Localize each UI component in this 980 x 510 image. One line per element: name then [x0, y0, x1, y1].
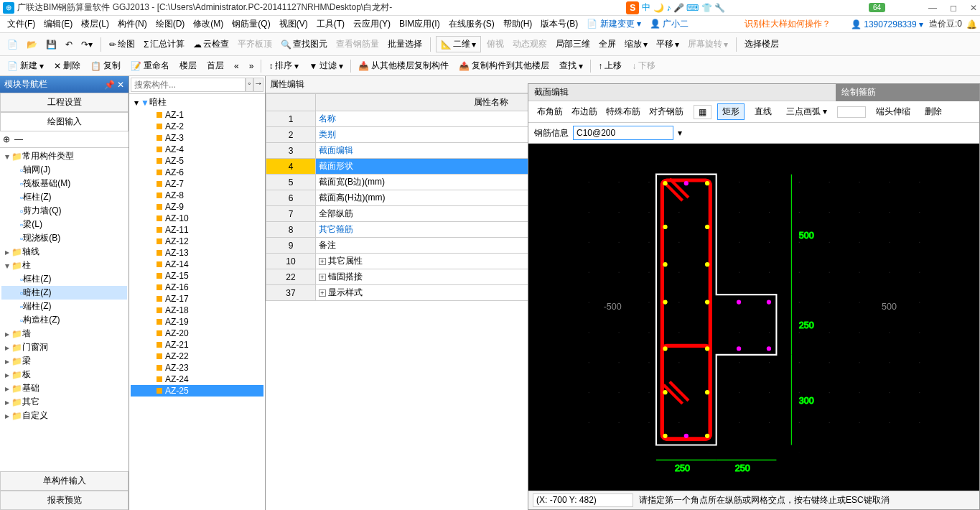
- menu-item[interactable]: 楼层(L): [77, 17, 113, 30]
- tree-node[interactable]: ▫ 框柱(Z): [1, 190, 127, 204]
- overlook-button[interactable]: 俯视: [484, 37, 507, 52]
- menu-item[interactable]: 钢筋量(Q): [228, 17, 274, 30]
- editor-tab[interactable]: 特殊布筋: [602, 105, 645, 118]
- component-item[interactable]: AZ-3: [131, 132, 263, 144]
- sort-button[interactable]: ↕ 排序 ▾: [266, 58, 302, 73]
- tree-node[interactable]: ▸📁 基础: [1, 381, 127, 395]
- component-item[interactable]: AZ-6: [131, 167, 263, 178]
- undo-icon[interactable]: ↶: [62, 38, 75, 51]
- tree-node[interactable]: ▫ 轴网(J): [1, 163, 127, 177]
- view2d-select[interactable]: 📐 二维 ▾: [436, 36, 481, 52]
- tree-node[interactable]: ▸📁 其它: [1, 395, 127, 409]
- tree-node[interactable]: ▫ 现浇板(B): [1, 231, 127, 245]
- pin-icon[interactable]: 📌 ✕: [104, 80, 124, 90]
- component-item[interactable]: AZ-12: [131, 236, 263, 247]
- shape-line[interactable]: 直线: [750, 104, 776, 119]
- copy-button[interactable]: 📋 复制: [88, 58, 123, 73]
- view-rebar-button[interactable]: 查看钢筋量: [333, 37, 382, 52]
- tree-node[interactable]: ▸📁 自定义: [1, 409, 127, 422]
- end-ext[interactable]: 端头伸缩: [872, 104, 915, 119]
- editor-tab[interactable]: 布边筋: [567, 105, 602, 118]
- copy-from-button[interactable]: 📥 从其他楼层复制构件: [355, 58, 452, 73]
- tab-single-input[interactable]: 单构件输入: [0, 471, 129, 491]
- tree-node[interactable]: ▫ 端柱(Z): [1, 300, 127, 313]
- tree-node[interactable]: ▾📁 柱: [1, 259, 127, 272]
- component-item[interactable]: AZ-7: [131, 178, 263, 190]
- shape-rect[interactable]: 矩形: [717, 103, 745, 120]
- floor-button[interactable]: 楼层: [177, 58, 200, 73]
- tree-node[interactable]: ▸📁 墙: [1, 327, 127, 340]
- tree-node[interactable]: ▫ 暗柱(Z): [1, 286, 127, 300]
- xiaoer-button[interactable]: 👤 广小二: [650, 18, 689, 30]
- editor-delete[interactable]: 删除: [920, 104, 946, 119]
- tree-node[interactable]: ▫ 框柱(Z): [1, 272, 127, 286]
- menu-item[interactable]: 云应用(Y): [349, 17, 395, 30]
- search-go-icon[interactable]: →: [253, 78, 263, 92]
- filter-button[interactable]: ▼ 过滤 ▾: [306, 58, 346, 73]
- menu-item[interactable]: 版本号(B): [536, 17, 582, 30]
- copy-to-button[interactable]: 📤 复制构件到其他楼层: [456, 58, 552, 73]
- user-label[interactable]: 👤 13907298339 ▾: [851, 19, 923, 29]
- save-icon[interactable]: 💾: [43, 38, 60, 51]
- tree-node[interactable]: ▫ 筏板基础(M): [1, 177, 127, 190]
- component-item[interactable]: AZ-20: [131, 328, 263, 339]
- tree-node[interactable]: ▸📁 梁: [1, 354, 127, 368]
- component-item[interactable]: AZ-8: [131, 190, 263, 201]
- menu-item[interactable]: 帮助(H): [499, 17, 537, 30]
- nav-tree[interactable]: ▾📁 常用构件类型▫ 轴网(J)▫ 筏板基础(M)▫ 框柱(Z)▫ 剪力墙(Q)…: [0, 148, 129, 471]
- redo-icon[interactable]: ↷▾: [78, 38, 95, 51]
- tree-node[interactable]: ▾📁 常用构件类型: [1, 149, 127, 163]
- rebar-input[interactable]: [573, 126, 673, 140]
- tab-project-settings[interactable]: 工程设置: [0, 93, 129, 112]
- minimize-button[interactable]: —: [928, 3, 937, 13]
- new-change-button[interactable]: 📄 新建变更 ▾: [587, 18, 641, 30]
- up-button[interactable]: ↑ 上移: [595, 58, 625, 73]
- component-item[interactable]: AZ-21: [131, 339, 263, 351]
- close-button[interactable]: ✕: [970, 3, 977, 13]
- menu-item[interactable]: 编辑(E): [39, 17, 77, 30]
- sum-button[interactable]: Σ 汇总计算: [141, 37, 187, 52]
- tab-report[interactable]: 报表预览: [0, 491, 129, 510]
- component-item[interactable]: AZ-11: [131, 224, 263, 236]
- fullscreen-button[interactable]: 全屏: [596, 37, 619, 52]
- rename-button[interactable]: 📝 重命名: [128, 58, 172, 73]
- first-floor-button[interactable]: 首层: [204, 58, 227, 73]
- help-link[interactable]: 识别柱大样如何操作？: [745, 18, 831, 30]
- down-button[interactable]: ↓ 下移: [629, 58, 658, 73]
- search-clear-icon[interactable]: ◦: [246, 78, 253, 92]
- menu-item[interactable]: 构件(N): [113, 17, 151, 30]
- tree-node[interactable]: ▫ 梁(L): [1, 218, 127, 231]
- component-item[interactable]: AZ-18: [131, 305, 263, 316]
- search-input[interactable]: [131, 78, 246, 92]
- rotate-button[interactable]: 屏幕旋转 ▾: [685, 37, 731, 52]
- delete-button[interactable]: ✕ 删除: [51, 58, 83, 73]
- menu-item[interactable]: 修改(M): [189, 17, 228, 30]
- menu-item[interactable]: 视图(V): [275, 17, 312, 30]
- component-item[interactable]: AZ-22: [131, 351, 263, 362]
- menu-item[interactable]: 工具(T): [312, 17, 349, 30]
- component-item[interactable]: AZ-24: [131, 374, 263, 385]
- component-tree[interactable]: ▾▼ 暗柱AZ-1AZ-2AZ-3AZ-4AZ-5AZ-6AZ-7AZ-8AZ-…: [129, 94, 265, 510]
- collapse-icon[interactable]: —: [14, 134, 23, 144]
- find-button[interactable]: 查找 ▾: [556, 58, 586, 73]
- menu-item[interactable]: 绘图(D): [151, 17, 190, 30]
- zoom-button[interactable]: 缩放 ▾: [622, 37, 650, 52]
- shape-arc[interactable]: 三点画弧 ▾: [782, 104, 831, 119]
- component-item[interactable]: AZ-25: [131, 385, 263, 397]
- expand-icon[interactable]: ⊕: [3, 134, 10, 144]
- component-item[interactable]: AZ-2: [131, 121, 263, 132]
- component-item[interactable]: AZ-4: [131, 144, 263, 155]
- component-item[interactable]: AZ-1: [131, 109, 263, 121]
- dynamic-button[interactable]: 动态观察: [510, 37, 550, 52]
- tab-draw-input[interactable]: 绘图输入: [0, 112, 129, 131]
- draw-button[interactable]: ✏ 绘图: [106, 37, 138, 52]
- editor-tab[interactable]: 布角筋: [533, 105, 567, 118]
- select-floor-button[interactable]: 选择楼层: [742, 37, 782, 52]
- component-item[interactable]: AZ-15: [131, 270, 263, 282]
- tree-node[interactable]: ▸📁 板: [1, 368, 127, 381]
- batch-select-button[interactable]: 批量选择: [385, 37, 425, 52]
- menu-item[interactable]: 在线服务(S): [444, 17, 499, 30]
- local3d-button[interactable]: 局部三维: [553, 37, 593, 52]
- component-item[interactable]: AZ-5: [131, 155, 263, 167]
- component-item[interactable]: AZ-14: [131, 259, 263, 270]
